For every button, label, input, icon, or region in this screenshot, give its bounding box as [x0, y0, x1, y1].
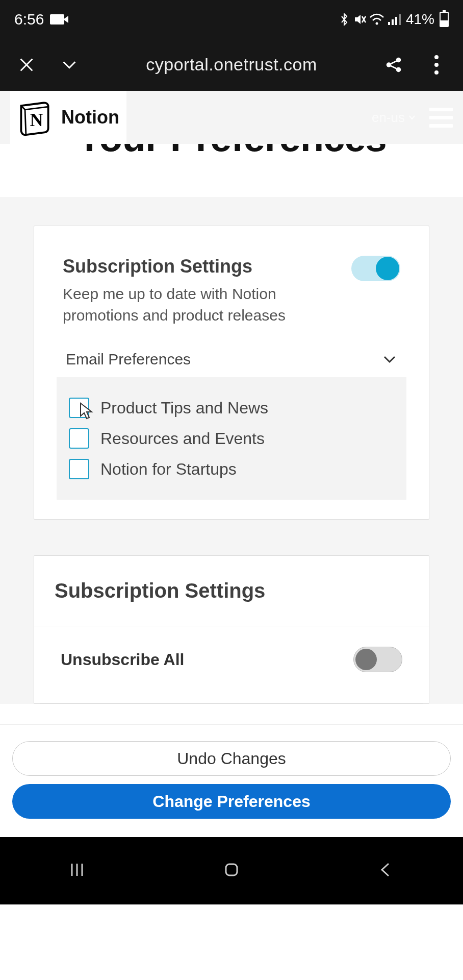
unsubscribe-all-toggle[interactable] [353, 647, 402, 672]
app-header: N Notion en-us [0, 91, 463, 144]
preference-item: Product Tips and News [69, 393, 394, 423]
change-label: Change Preferences [152, 792, 310, 811]
preference-label: Resources and Events [100, 429, 265, 448]
unsubscribe-card-title: Subscription Settings [55, 579, 408, 602]
chevron-down-icon [382, 352, 397, 367]
svg-point-2 [375, 22, 378, 24]
svg-rect-4 [392, 19, 394, 25]
email-preferences-label: Email Preferences [66, 351, 191, 368]
wifi-icon [369, 13, 384, 26]
main-content: Subscription Settings Keep me up to date… [0, 197, 463, 704]
subscription-title: Subscription Settings [63, 256, 341, 277]
battery-percent: 41% [406, 11, 434, 28]
video-recording-icon [50, 14, 64, 24]
preference-list: Product Tips and News Resources and Even… [57, 377, 406, 500]
status-time: 6:56 [14, 11, 44, 28]
undo-label: Undo Changes [177, 749, 286, 768]
signal-icon [388, 13, 401, 26]
preference-label: Product Tips and News [100, 399, 268, 418]
more-icon[interactable] [424, 53, 449, 77]
change-preferences-button[interactable]: Change Preferences [12, 784, 451, 819]
preference-label: Notion for Startups [100, 460, 237, 479]
back-icon[interactable] [376, 860, 396, 882]
preference-item: Resources and Events [69, 423, 394, 454]
undo-changes-button[interactable]: Undo Changes [12, 741, 451, 776]
checkbox-startups[interactable] [69, 459, 89, 479]
svg-text:N: N [30, 110, 43, 130]
svg-rect-6 [399, 14, 401, 25]
chevron-down-icon [408, 113, 416, 121]
mute-icon [353, 13, 366, 26]
notion-logo[interactable]: N Notion [10, 91, 126, 144]
svg-point-10 [387, 62, 392, 67]
hamburger-icon[interactable] [429, 108, 453, 128]
url-text[interactable]: cyportal.onetrust.com [100, 55, 363, 75]
checkbox-resources-events[interactable] [69, 428, 89, 449]
system-nav-bar [0, 837, 463, 904]
svg-line-12 [391, 61, 396, 64]
svg-rect-18 [226, 864, 237, 875]
svg-point-11 [396, 67, 401, 72]
svg-line-13 [391, 65, 396, 68]
share-icon[interactable] [381, 53, 406, 77]
subscription-description: Keep me up to date with Notion promotion… [63, 283, 341, 326]
page-title-cut: Your Preferences [0, 144, 463, 170]
recents-icon[interactable] [67, 860, 87, 882]
status-bar: 6:56 41% [0, 0, 463, 38]
svg-rect-5 [395, 17, 397, 25]
battery-icon [440, 12, 449, 27]
notion-cube-icon: N [14, 97, 55, 138]
subscription-toggle[interactable] [351, 256, 400, 281]
svg-rect-3 [388, 22, 390, 25]
language-label: en-us [372, 110, 405, 126]
status-icons [339, 13, 401, 26]
footer-actions: Undo Changes Change Preferences [0, 724, 463, 837]
bluetooth-icon [339, 13, 350, 26]
unsubscribe-all-label: Unsubscribe All [61, 650, 184, 669]
home-icon[interactable] [221, 860, 242, 882]
language-selector[interactable]: en-us [372, 110, 416, 126]
preference-item: Notion for Startups [69, 454, 394, 484]
browser-bar: cyportal.onetrust.com [0, 38, 463, 91]
email-preferences-row[interactable]: Email Preferences [63, 351, 400, 377]
chevron-down-icon[interactable] [57, 53, 82, 77]
svg-point-9 [396, 57, 401, 62]
close-icon[interactable] [14, 53, 39, 77]
unsubscribe-card: Subscription Settings Unsubscribe All [34, 555, 429, 704]
notion-text: Notion [61, 107, 119, 128]
checkbox-product-tips[interactable] [69, 398, 89, 418]
subscription-card: Subscription Settings Keep me up to date… [34, 226, 429, 520]
